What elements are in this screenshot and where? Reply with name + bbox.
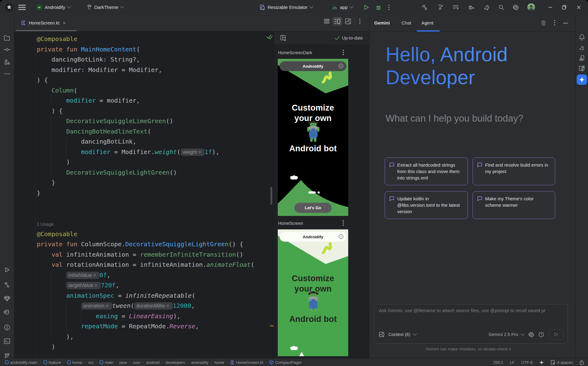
gemini-input[interactable]: Ask Gemini, use @filename to attach sour… xyxy=(374,304,568,344)
breadcrumb-item[interactable]: CompactPager xyxy=(269,360,302,365)
maximize-button[interactable] xyxy=(562,0,567,14)
code-view-button[interactable] xyxy=(324,19,330,24)
code-line[interactable]: DancingBotHeadlineText( xyxy=(37,126,151,137)
attach-debugger-button[interactable] xyxy=(468,0,475,14)
preview-homescreen[interactable]: Androidifyi Customizeyour own Android bo… xyxy=(278,229,348,356)
tab-homescreen[interactable]: HomeScreen.kt xyxy=(17,14,70,31)
breadcrumb-item[interactable]: developers xyxy=(166,360,185,365)
gemini-more-icon[interactable] xyxy=(554,20,555,25)
spark-icon[interactable] xyxy=(539,360,544,365)
app-quality-insights-icon[interactable] xyxy=(4,296,10,301)
suggestion-card[interactable]: Find and resolve build errors in my proj… xyxy=(473,157,555,185)
code-line[interactable]: ) xyxy=(37,341,55,352)
inspections-ok-icon[interactable] xyxy=(266,34,273,40)
tab-chat[interactable]: Chat xyxy=(401,14,411,32)
code-line[interactable]: } xyxy=(37,177,55,188)
code-line[interactable]: ) xyxy=(37,157,70,167)
code-line[interactable]: easing = LinearEasing), xyxy=(37,311,181,321)
code-line[interactable]: dancingBotLink: String?, xyxy=(37,54,140,65)
send-button[interactable] xyxy=(548,329,564,340)
close-tab-icon[interactable] xyxy=(62,21,66,25)
code-line[interactable]: private fun MainHomeContent( xyxy=(37,44,140,55)
code-line[interactable]: repeatMode = RepeatMode.Reverse, xyxy=(37,321,199,331)
code-line[interactable]: targetValue = 720f, xyxy=(37,280,119,290)
device-manager-tool-icon[interactable] xyxy=(579,55,585,62)
sync-button[interactable] xyxy=(437,0,443,14)
breadcrumb-item[interactable]: androidify-main xyxy=(5,360,37,365)
problems-tool-icon[interactable] xyxy=(4,324,10,330)
code-line[interactable]: } xyxy=(37,188,40,198)
preview-name-dark[interactable]: HomeScreenDark xyxy=(278,50,312,55)
more-actions-button[interactable] xyxy=(388,0,390,14)
app-logo-icon[interactable] xyxy=(5,0,13,14)
suggestion-card[interactable]: Update kotlin in @libs.version.toml to t… xyxy=(385,191,468,219)
breadcrumb-item[interactable]: main xyxy=(100,360,113,365)
breadcrumb-item[interactable]: java xyxy=(119,360,127,365)
gemini-tool-icon[interactable] xyxy=(577,74,587,85)
breadcrumb-item[interactable]: src xyxy=(88,360,93,365)
code-line[interactable]: val infiniteAnimation = rememberInfinite… xyxy=(37,249,243,260)
breadcrumb-item[interactable]: HomeScreen.kt xyxy=(230,360,263,365)
code-line[interactable]: DecorativeSquiggleLimeGreen() xyxy=(37,116,173,126)
code-line[interactable]: modifier: Modifier = Modifier, xyxy=(37,65,162,75)
indent-config[interactable]: 4 spaces xyxy=(551,360,573,365)
device-selector[interactable]: Resizable Emulator xyxy=(259,0,313,14)
build-tool-icon[interactable] xyxy=(4,281,10,288)
device-manager-button[interactable] xyxy=(452,0,459,14)
preview-name-light[interactable]: HomeScreen xyxy=(278,221,303,226)
project-tool-icon[interactable] xyxy=(4,35,10,41)
preview-menu-icon[interactable] xyxy=(343,50,344,56)
run-config-selector[interactable]: app xyxy=(332,0,353,14)
code-line[interactable]: initialValue = 0f, xyxy=(37,270,111,280)
code-line[interactable]: ) { xyxy=(37,75,48,85)
run-tool-icon[interactable] xyxy=(4,267,10,273)
commit-tool-icon[interactable] xyxy=(4,47,10,52)
project-selector[interactable]: Androidify xyxy=(36,0,70,14)
history-icon[interactable] xyxy=(538,332,544,338)
code-line[interactable]: @Composable xyxy=(37,229,77,239)
build-button[interactable] xyxy=(421,0,428,14)
preview-homescreendark[interactable]: Androidifyi Customizeyour own Android bo… xyxy=(278,59,348,216)
settings-button[interactable] xyxy=(513,0,519,14)
attach-image-icon[interactable] xyxy=(379,332,384,337)
breadcrumb-item[interactable]: home xyxy=(67,360,82,365)
model-selector[interactable]: Gemini 2.5 Pro xyxy=(488,332,518,337)
tab-agent[interactable]: Agent xyxy=(421,14,433,32)
breadcrumb-item[interactable]: com xyxy=(133,360,140,365)
preview-layout-icon[interactable] xyxy=(280,35,287,41)
close-button[interactable] xyxy=(576,0,581,14)
code-line[interactable]: modifier = modifier, xyxy=(37,95,140,106)
trash-icon[interactable] xyxy=(541,20,546,26)
gradle-sync-button[interactable] xyxy=(483,0,490,14)
code-line[interactable]: Column( xyxy=(37,85,77,96)
suggestion-card[interactable]: Extract all hardcoded strings from this … xyxy=(385,157,468,185)
code-line[interactable]: DecorativeSquiggleLightGreen() xyxy=(37,167,177,178)
minimize-button[interactable] xyxy=(548,0,553,14)
breadcrumb-item[interactable]: home xyxy=(214,360,224,365)
editor-scrollbar[interactable] xyxy=(270,187,272,205)
search-everywhere-button[interactable] xyxy=(498,0,504,14)
code-line[interactable]: @Composable xyxy=(37,34,77,44)
split-view-button[interactable] xyxy=(332,17,342,26)
tab-more-button[interactable] xyxy=(359,19,360,24)
code-line[interactable]: ) { xyxy=(37,106,62,116)
code-line[interactable]: dancingBotLink, xyxy=(37,136,136,147)
lets-go-button[interactable]: Let's Go xyxy=(294,203,332,213)
debug-button[interactable] xyxy=(375,0,382,14)
structure-tool-icon[interactable] xyxy=(4,59,10,65)
branch-selector[interactable]: DarkTheme xyxy=(87,0,123,14)
design-view-button[interactable] xyxy=(345,18,351,24)
lock-icon[interactable] xyxy=(580,360,584,365)
breadcrumb-item[interactable]: androidify xyxy=(191,360,208,365)
caret-position[interactable]: 255:1 xyxy=(493,360,503,365)
gemini-settings-icon[interactable] xyxy=(528,332,534,338)
breadcrumb-item[interactable]: android xyxy=(146,360,160,365)
main-menu-button[interactable] xyxy=(18,0,26,14)
code-line[interactable]: animationSpec = infiniteRepeatable( xyxy=(37,290,195,301)
info-icon[interactable]: i xyxy=(339,234,343,239)
gradle-tool-icon[interactable] xyxy=(579,45,585,51)
suggestion-card[interactable]: Make my Theme's color scheme warmer xyxy=(473,191,555,219)
hide-panel-icon[interactable] xyxy=(563,23,568,24)
code-line[interactable]: 1 Usage xyxy=(37,218,54,229)
run-button[interactable] xyxy=(363,0,369,14)
